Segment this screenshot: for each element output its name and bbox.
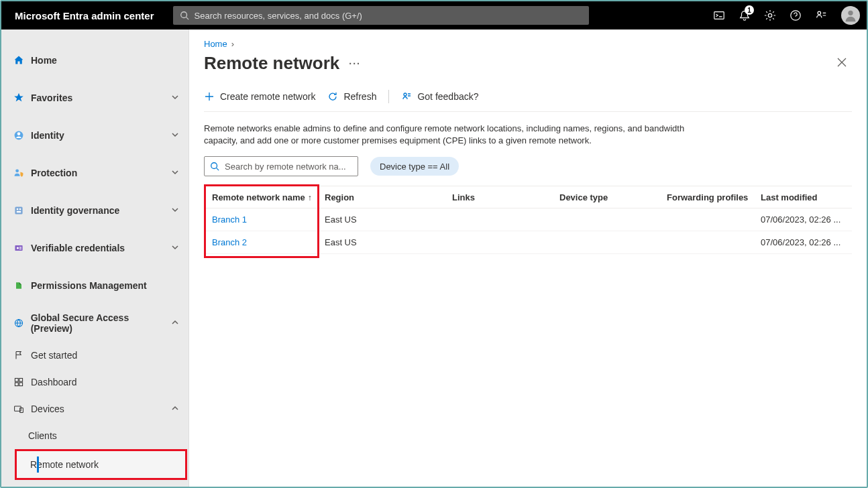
- credentials-icon: [13, 243, 24, 253]
- col-header-forwarding[interactable]: Forwarding profiles: [667, 192, 761, 202]
- chevron-down-icon: [171, 130, 179, 141]
- brand-label: Microsoft Entra admin center: [8, 10, 161, 21]
- got-feedback-button[interactable]: Got feedback?: [401, 91, 478, 102]
- close-icon: [837, 58, 847, 67]
- sidebar: Home Favorites Identity Protection Ident…: [1, 29, 189, 487]
- global-search-input[interactable]: Search resources, services, and docs (G+…: [173, 6, 589, 25]
- plus-icon: [204, 91, 215, 102]
- cell-region: East US: [325, 237, 452, 247]
- sidebar-item-identity-governance[interactable]: Identity governance: [1, 192, 188, 229]
- svg-rect-15: [19, 247, 21, 247]
- page-title-wrap: Remote network ···: [204, 53, 361, 74]
- chevron-down-icon: [171, 93, 179, 103]
- sidebar-label: Home: [31, 55, 57, 66]
- sidebar-item-applications[interactable]: Applications: [1, 483, 188, 487]
- sidebar-label: Global Secure Access (Preview): [31, 312, 171, 334]
- chevron-up-icon: [171, 404, 179, 414]
- sidebar-label: Remote network: [30, 459, 99, 470]
- more-actions-button[interactable]: ···: [349, 58, 361, 69]
- search-remote-network-input[interactable]: Search by remote network na...: [204, 156, 358, 176]
- breadcrumb-home[interactable]: Home: [204, 39, 227, 49]
- table-row[interactable]: Branch 1 East US 07/06/2023, 02:26 ...: [204, 208, 852, 231]
- svg-rect-11: [19, 208, 21, 210]
- chevron-right-icon: ›: [231, 39, 234, 49]
- sidebar-item-home[interactable]: Home: [1, 42, 188, 79]
- cloud-shell-button[interactable]: [707, 1, 731, 29]
- svg-rect-21: [19, 383, 23, 386]
- user-avatar[interactable]: [841, 6, 860, 25]
- chevron-down-icon: [171, 205, 179, 216]
- breadcrumb: Home ›: [204, 39, 852, 49]
- sidebar-item-protection[interactable]: Protection: [1, 154, 188, 192]
- filter-pill-label: Device type == All: [380, 162, 449, 172]
- col-header-modified[interactable]: Last modified: [761, 192, 852, 202]
- toolbar-label: Got feedback?: [417, 91, 478, 102]
- sort-asc-icon: ↑: [308, 193, 312, 202]
- sidebar-item-get-started[interactable]: Get started: [1, 342, 188, 369]
- svg-point-29: [211, 163, 217, 169]
- svg-point-8: [15, 169, 19, 172]
- sidebar-subitem-clients[interactable]: Clients: [1, 422, 188, 449]
- flag-icon: [13, 350, 24, 361]
- feedback-button[interactable]: [809, 1, 833, 29]
- remote-network-link[interactable]: Branch 1: [204, 215, 325, 225]
- layout: Home Favorites Identity Protection Ident…: [1, 29, 867, 487]
- star-icon: [13, 93, 24, 103]
- refresh-button[interactable]: Refresh: [327, 91, 376, 102]
- sidebar-item-global-secure-access[interactable]: Global Secure Access (Preview): [1, 304, 188, 342]
- svg-point-28: [404, 93, 406, 96]
- help-button[interactable]: [783, 1, 808, 29]
- globe-icon: [13, 318, 24, 328]
- svg-point-5: [818, 11, 821, 15]
- home-icon: [13, 55, 24, 66]
- search-wrap: Search resources, services, and docs (G+…: [173, 6, 695, 25]
- cell-modified: 07/06/2023, 02:26 ...: [761, 237, 852, 247]
- cell-region: East US: [325, 215, 452, 225]
- toolbar-label: Create remote network: [220, 91, 315, 102]
- feedback-icon: [815, 9, 827, 21]
- table-row[interactable]: Branch 2 East US 07/06/2023, 02:26 ...: [204, 231, 852, 254]
- devices-icon: [13, 404, 24, 414]
- help-icon: [790, 9, 802, 21]
- toolbar-separator: [388, 90, 389, 103]
- remote-network-link[interactable]: Branch 2: [204, 237, 325, 247]
- sidebar-label: Clients: [28, 430, 57, 441]
- sidebar-item-verifiable-credentials[interactable]: Verifiable credentials: [1, 229, 188, 267]
- highlight-remote-network: Remote network: [15, 449, 187, 480]
- sidebar-subitem-remote-network[interactable]: Remote network: [17, 451, 185, 478]
- search-icon: [210, 162, 219, 171]
- sidebar-item-dashboard[interactable]: Dashboard: [1, 369, 188, 395]
- create-remote-network-button[interactable]: Create remote network: [204, 91, 315, 102]
- sidebar-label: Get started: [31, 350, 77, 361]
- col-header-links[interactable]: Links: [452, 192, 559, 202]
- col-header-device-type[interactable]: Device type: [559, 192, 667, 202]
- notifications-button[interactable]: 1: [733, 1, 757, 29]
- gear-icon: [764, 9, 776, 21]
- close-button[interactable]: [832, 54, 852, 73]
- sidebar-label: Identity governance: [31, 205, 119, 216]
- sidebar-label: Protection: [31, 168, 77, 178]
- sidebar-item-identity[interactable]: Identity: [1, 117, 188, 154]
- device-type-filter-pill[interactable]: Device type == All: [370, 157, 459, 176]
- sidebar-label: Favorites: [31, 93, 72, 103]
- settings-button[interactable]: [758, 1, 782, 29]
- sidebar-item-favorites[interactable]: Favorites: [1, 79, 188, 117]
- toolbar-label: Refresh: [343, 91, 376, 102]
- cell-modified: 07/06/2023, 02:26 ...: [761, 215, 852, 225]
- governance-icon: [13, 205, 24, 216]
- toolbar: Create remote network Refresh Got feedba…: [204, 90, 852, 112]
- top-header: Microsoft Entra admin center Search reso…: [1, 1, 867, 29]
- sidebar-label: Verifiable credentials: [31, 243, 125, 253]
- col-header-region[interactable]: Region: [325, 192, 452, 202]
- chevron-down-icon: [171, 168, 179, 178]
- page-description: Remote networks enable admins to define …: [204, 123, 714, 147]
- svg-rect-23: [20, 408, 23, 412]
- svg-point-0: [180, 12, 186, 18]
- person-icon: [843, 8, 858, 23]
- sidebar-item-devices[interactable]: Devices: [1, 395, 188, 422]
- svg-point-6: [848, 11, 853, 15]
- col-header-name[interactable]: Remote network name↑: [204, 192, 325, 202]
- global-search-placeholder: Search resources, services, and docs (G+…: [195, 11, 362, 21]
- svg-point-3: [768, 13, 771, 17]
- sidebar-item-permissions-management[interactable]: Permissions Management: [1, 267, 188, 304]
